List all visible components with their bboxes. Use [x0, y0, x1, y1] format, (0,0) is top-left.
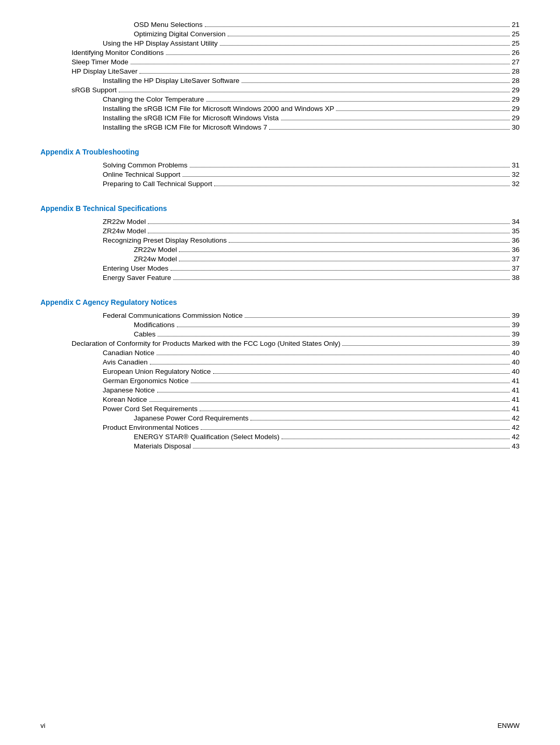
toc-entry: OSD Menu Selections21 [40, 21, 520, 29]
toc-entry: Japanese Power Cord Requirements42 [40, 414, 520, 422]
toc-entry-label: Changing the Color Temperature [103, 95, 204, 103]
toc-entry-label: Materials Disposal [134, 442, 191, 450]
toc-entry-label: Korean Notice [103, 396, 147, 403]
toc-entry-page: 37 [512, 264, 520, 272]
appendix-a-entries: Solving Common Problems31Online Technica… [40, 161, 520, 188]
toc-entry-label: HP Display LiteSaver [72, 67, 137, 75]
toc-entry: Korean Notice41 [40, 396, 520, 403]
toc-entry-page: 43 [512, 442, 520, 450]
toc-entry-label: Federal Communications Commission Notice [103, 312, 243, 319]
toc-entry-page: 35 [512, 227, 520, 235]
toc-entry-dots [206, 101, 510, 102]
toc-entry: Recognizing Preset Display Resolutions36 [40, 236, 520, 244]
appendix-c-header: Appendix C Agency Regulatory Notices [40, 298, 520, 306]
toc-entry-page: 41 [512, 396, 520, 403]
toc-entry-dots [242, 82, 510, 83]
toc-entry-page: 41 [512, 377, 520, 385]
toc-entry: Product Environmental Notices42 [40, 424, 520, 431]
toc-entry: HP Display LiteSaver28 [40, 67, 520, 75]
toc-entry: Online Technical Support32 [40, 171, 520, 178]
toc-entry-page: 42 [512, 414, 520, 422]
toc-entry-dots [183, 176, 510, 177]
toc-entry-dots [171, 270, 510, 271]
toc-entry: ZR22w Model36 [40, 246, 520, 254]
toc-entry-page: 36 [512, 236, 520, 244]
toc-entry-label: Energy Saver Feature [103, 274, 171, 282]
toc-entry-page: 25 [512, 30, 520, 38]
page-footer: vi ENWW [40, 722, 520, 729]
toc-entry-page: 41 [512, 386, 520, 394]
toc-entry-dots [149, 401, 510, 402]
toc-entry-label: ZR22w Model [103, 218, 146, 226]
toc-entry-page: 40 [512, 368, 520, 375]
toc-entry-dots [150, 364, 510, 364]
toc-entry-label: Avis Canadien [103, 358, 148, 366]
toc-entry-label: Online Technical Support [103, 171, 180, 178]
toc-entry-label: ZR24w Model [134, 255, 177, 263]
toc-entry-label: Cables [134, 330, 156, 338]
toc-entry-page: 39 [512, 340, 520, 347]
toc-entry-label: Entering User Modes [103, 264, 169, 272]
toc-entry-label: German Ergonomics Notice [103, 377, 189, 385]
toc-entry: Installing the sRGB ICM File for Microso… [40, 114, 520, 122]
appendix-b-entries: ZR22w Model34ZR24w Model35Recognizing Pr… [40, 218, 520, 282]
footer-left: vi [40, 722, 45, 729]
toc-entry-page: 40 [512, 358, 520, 366]
toc-entry-dots [282, 439, 510, 439]
toc-entry-dots [250, 420, 510, 420]
toc-entry-dots [191, 383, 510, 383]
toc-entry-dots [148, 233, 510, 233]
toc-entry-dots [214, 186, 510, 186]
toc-entry-label: Declaration of Conformity for Products M… [72, 340, 340, 347]
toc-entry-label: Solving Common Problems [103, 161, 188, 169]
toc-entry-page: 41 [512, 405, 520, 413]
toc-entry-dots [342, 345, 510, 346]
toc-entry: German Ergonomics Notice41 [40, 377, 520, 385]
toc-entry-dots [177, 327, 510, 327]
toc-entry-label: Japanese Notice [103, 386, 155, 394]
toc-entry: Installing the sRGB ICM File for Microso… [40, 123, 520, 131]
toc-entry: Entering User Modes37 [40, 264, 520, 272]
toc-entry-label: Modifications [134, 321, 175, 329]
toc-entry-page: 29 [512, 86, 520, 94]
toc-entry-label: Power Cord Set Requirements [103, 405, 198, 413]
toc-entry: Federal Communications Commission Notice… [40, 312, 520, 319]
toc-entry-page: 32 [512, 180, 520, 188]
toc-entry: Declaration of Conformity for Products M… [40, 340, 520, 347]
toc-entry-label: OSD Menu Selections [134, 21, 203, 29]
toc-entry: Materials Disposal43 [40, 442, 520, 450]
toc-entry: Modifications39 [40, 321, 520, 329]
toc-entry: sRGB Support29 [40, 86, 520, 94]
toc-entry: ZR22w Model34 [40, 218, 520, 226]
toc-entry-label: ZR24w Model [103, 227, 146, 235]
toc-entry-dots [228, 36, 510, 36]
toc-entry-page: 27 [512, 58, 520, 66]
toc-entry-dots [336, 110, 510, 111]
toc-entry-dots [179, 251, 510, 252]
toc-entry-dots [213, 373, 510, 374]
toc-entry: ZR24w Model35 [40, 227, 520, 235]
toc-entry-page: 26 [512, 49, 520, 57]
toc-entry-dots [193, 448, 510, 448]
toc-entry-page: 42 [512, 424, 520, 431]
toc-entry-dots [158, 336, 510, 336]
toc-entry-dots [166, 54, 510, 55]
toc-entry-label: ENERGY STAR® Qualification (Select Model… [134, 433, 279, 441]
toc-entry-dots [269, 129, 510, 130]
toc-entry-label: sRGB Support [72, 86, 117, 94]
toc-entry-page: 32 [512, 171, 520, 178]
toc-entry-dots [179, 261, 510, 261]
toc-entry: Identifying Monitor Conditions26 [40, 49, 520, 57]
toc-entry: Changing the Color Temperature29 [40, 95, 520, 103]
toc-entry-page: 29 [512, 95, 520, 103]
toc-entry-dots [229, 242, 510, 243]
toc-entry-label: Installing the HP Display LiteSaver Soft… [103, 77, 240, 85]
toc-entry: Solving Common Problems31 [40, 161, 520, 169]
toc-entry-dots [205, 26, 510, 27]
toc-entry-page: 28 [512, 77, 520, 85]
toc-entry-dots [200, 411, 510, 411]
toc-entry: Energy Saver Feature38 [40, 274, 520, 282]
toc-entry-page: 28 [512, 67, 520, 75]
toc-entry-page: 30 [512, 123, 520, 131]
toc-entry-label: Installing the sRGB ICM File for Microso… [103, 123, 267, 131]
